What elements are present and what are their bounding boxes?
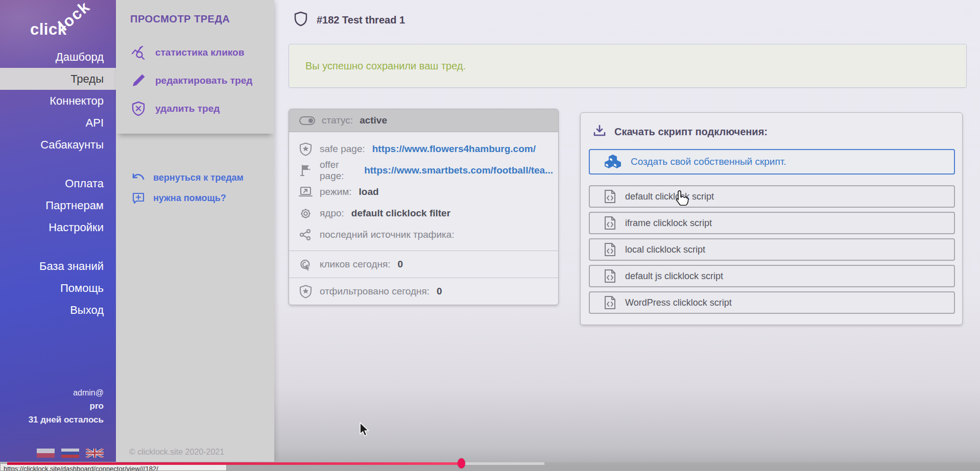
clicks-today-row: кликов сегодня: 0	[289, 251, 558, 278]
sidebar: click lock Дашборд Треды Коннектор API С…	[0, 0, 116, 462]
filtered-today-value: 0	[437, 286, 442, 297]
russia-flag-icon[interactable]	[61, 449, 79, 458]
language-switcher	[37, 449, 104, 458]
need-help-label: нужна помощь?	[153, 193, 226, 204]
default-script-label: default clicklock script	[625, 191, 714, 202]
sidebar-item-knowledge-base[interactable]: База знаний	[0, 255, 116, 277]
core-value: default clicklock filter	[351, 208, 450, 219]
thread-stats-item[interactable]: статистика кликов	[130, 38, 263, 66]
download-card-title: Скачать скрипт подключения:	[614, 126, 768, 138]
sidebar-item-threads[interactable]: Треды	[0, 68, 116, 90]
arrow-cursor	[359, 422, 370, 438]
back-to-threads-link[interactable]: вернуться к тредам	[131, 167, 263, 188]
account-days-left: 31 дней осталось	[29, 415, 104, 425]
default-js-script-button[interactable]: default js clicklock script	[589, 265, 955, 287]
cubes-icon	[604, 154, 622, 169]
wordpress-script-button[interactable]: WordPress clicklock script	[589, 291, 955, 314]
comment-plus-icon	[131, 192, 146, 204]
poland-flag-icon[interactable]	[37, 449, 55, 458]
panel-title: ПРОСМОТР ТРЕДА	[130, 13, 263, 25]
share-icon	[298, 229, 313, 241]
code-file-icon	[604, 295, 616, 310]
code-file-icon	[604, 242, 616, 257]
back-to-threads-label: вернуться к тредам	[153, 172, 244, 183]
edit-thread-item[interactable]: редактировать тред	[130, 66, 263, 94]
code-file-icon	[604, 269, 616, 283]
toggle-icon	[299, 116, 315, 125]
last-traffic-source-row: последний источник трафика:	[298, 224, 553, 245]
code-file-icon	[604, 189, 616, 204]
gear-icon	[298, 207, 313, 220]
code-file-icon	[604, 216, 616, 230]
video-progress-buffer[interactable]	[465, 462, 544, 465]
shield-star-icon	[298, 142, 313, 156]
click-icon	[298, 258, 313, 271]
mode-label: режим:	[320, 186, 352, 197]
default-script-button[interactable]: default clicklock script	[589, 185, 955, 208]
video-progress-remaining[interactable]	[544, 462, 980, 465]
filtered-today-label: отфильтровано сегодня:	[320, 286, 429, 297]
local-script-button[interactable]: local clicklock script	[589, 238, 955, 261]
core-label: ядро:	[320, 208, 344, 219]
sidebar-item-subaccounts[interactable]: Сабакаунты	[0, 134, 116, 156]
mode-row: режим: load	[298, 181, 553, 203]
delete-thread-item[interactable]: удалить тред	[130, 94, 263, 122]
safe-page-link[interactable]: https://www.flowers4hamburg.com/	[372, 143, 536, 155]
undo-icon	[131, 172, 146, 183]
offer-page-label: offer page:	[320, 159, 357, 182]
account-plan-badge: pro	[29, 401, 104, 411]
page-header: #182 Test thread 1	[294, 11, 405, 29]
default-js-script-label: default js clicklock script	[625, 271, 723, 282]
status-row: статус: active	[289, 109, 558, 132]
status-label: статус:	[322, 115, 353, 126]
thread-menu-block: ПРОСМОТР ТРЕДА статистика кликов	[116, 0, 274, 134]
status-value: active	[360, 115, 387, 126]
create-custom-script-button[interactable]: Создать свой собственный скрипт.	[589, 149, 955, 175]
shield-star-icon	[298, 285, 313, 299]
wordpress-script-label: WordPress clicklock script	[625, 298, 732, 308]
sidebar-item-payment[interactable]: Оплата	[0, 172, 116, 194]
clicks-today-label: кликов сегодня:	[320, 259, 391, 270]
sidebar-item-api[interactable]: API	[0, 112, 116, 134]
clicks-today-value: 0	[398, 259, 403, 270]
account-info: admin@ pro 31 дней осталось	[29, 388, 104, 425]
sidebar-item-connector[interactable]: Коннектор	[0, 90, 116, 112]
uk-flag-icon[interactable]	[86, 449, 104, 458]
need-help-link[interactable]: нужна помощь?	[131, 188, 263, 208]
copyright: © clicklock.site 2020-2021	[129, 448, 224, 457]
app-root: click lock Дашборд Треды Коннектор API С…	[0, 0, 980, 471]
download-icon	[593, 124, 606, 139]
thread-menu-panel: ПРОСМОТР ТРЕДА статистика кликов	[116, 0, 274, 462]
shield-icon	[294, 11, 307, 29]
core-row: ядро: default clicklock filter	[298, 203, 553, 224]
create-custom-script-label: Создать свой собственный скрипт.	[631, 156, 786, 167]
offer-page-link[interactable]: https://www.smartbets.com/football/tea..…	[364, 165, 553, 176]
flag-icon	[298, 164, 313, 177]
shield-x-icon	[130, 101, 147, 116]
local-script-label: local clicklock script	[625, 244, 705, 255]
video-progress-handle[interactable]	[458, 458, 465, 468]
sidebar-item-logout[interactable]: Выход	[0, 299, 116, 321]
safe-page-row: safe page: https://www.flowers4hamburg.c…	[298, 138, 553, 160]
stats-search-icon	[130, 45, 147, 60]
monitor-arrow-icon	[298, 186, 313, 197]
account-email: admin@	[29, 388, 104, 398]
sidebar-item-partners[interactable]: Партнерам	[0, 194, 116, 216]
filtered-today-row: отфильтровано сегодня: 0	[289, 278, 558, 305]
video-progress-bar[interactable]	[7, 462, 461, 465]
thread-stats-label: статистика кликов	[155, 47, 244, 58]
thread-status-card: статус: active safe page: https://www.fl…	[289, 109, 559, 305]
iframe-script-button[interactable]: iframe clicklock script	[589, 212, 955, 234]
delete-thread-label: удалить тред	[155, 103, 220, 114]
success-alert-text: Вы успешно сохранили ваш тред.	[305, 60, 466, 72]
download-card-header: Скачать скрипт подключения:	[589, 122, 954, 141]
success-alert: Вы успешно сохранили ваш тред.	[289, 44, 967, 88]
offer-page-row: offer page: https://www.smartbets.com/fo…	[298, 160, 553, 181]
sidebar-item-settings[interactable]: Настройки	[0, 216, 116, 238]
download-script-card: Скачать скрипт подключения: Создать свой…	[580, 112, 963, 325]
sidebar-item-help[interactable]: Помощь	[0, 277, 116, 299]
sidebar-item-dashboard[interactable]: Дашборд	[0, 46, 116, 68]
clicklock-logo[interactable]: click lock	[27, 6, 104, 46]
safe-page-label: safe page:	[320, 143, 365, 155]
last-traffic-source-label: последний источник трафика:	[320, 229, 455, 240]
